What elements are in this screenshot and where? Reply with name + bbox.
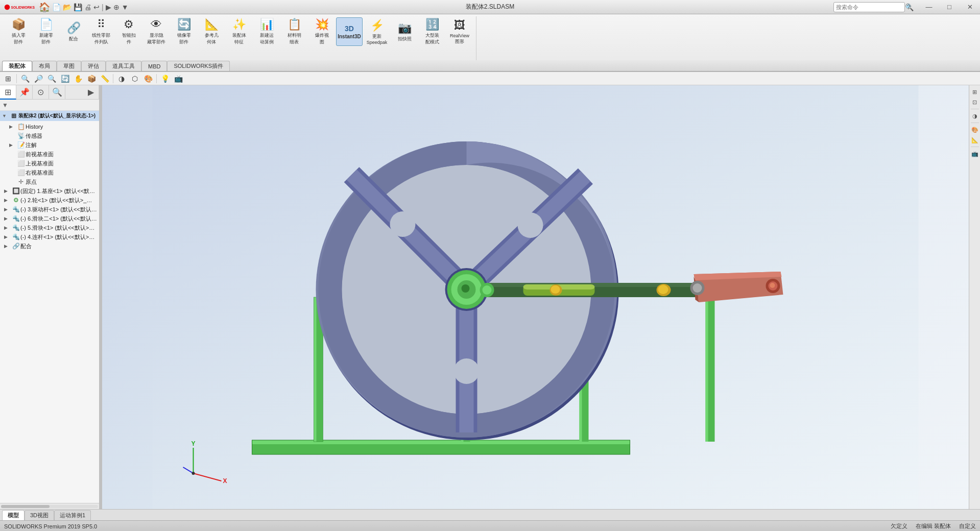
right-panel-btn-5[interactable]: 📐 bbox=[970, 135, 979, 144]
right-panel-btn-3[interactable]: ◑ bbox=[970, 111, 979, 120]
ribbon: 📦 插入零部件 📄 新建零部件 🔗 配合 ⠿ 线性零部件列队 ⚙ 智能 bbox=[0, 14, 980, 60]
wheel-icon: ⚙ bbox=[11, 197, 20, 204]
options-arrow[interactable]: ▼ bbox=[122, 3, 129, 11]
appearance-button[interactable]: 🎨 bbox=[142, 73, 154, 84]
view-selector-button[interactable]: ⊞ bbox=[2, 73, 14, 84]
create-layout-button[interactable]: 📊 新建运动算例 bbox=[253, 17, 280, 46]
mate-icon: 🔗 bbox=[67, 21, 81, 35]
filter-icon[interactable]: ▼ bbox=[2, 102, 8, 109]
tree-item-base[interactable]: ▶ 🔲 (固定) 1.基座<1> (默认<<默认>_显 bbox=[0, 186, 99, 196]
bottom-tab-motion[interactable]: 运动算例1 bbox=[54, 510, 91, 520]
mate-button[interactable]: 🔗 配合 bbox=[60, 17, 87, 46]
pan-button[interactable]: ✋ bbox=[72, 73, 84, 84]
minimize-button[interactable]: — bbox=[919, 0, 939, 14]
tree-item-right-plane[interactable]: ⬜ 右视基准面 bbox=[0, 168, 99, 177]
tree-item-notes[interactable]: ▶ 📝 注解 bbox=[0, 140, 99, 150]
tab-sketch[interactable]: 草图 bbox=[57, 61, 81, 71]
ref-geometry-button[interactable]: 📐 参考几何体 bbox=[198, 17, 225, 46]
lights-button[interactable]: 💡 bbox=[159, 73, 171, 84]
right-panel-btn-4[interactable]: 🎨 bbox=[970, 125, 979, 134]
base-arrow: ▶ bbox=[4, 188, 11, 194]
section-view-button[interactable]: 📏 bbox=[99, 73, 111, 84]
link-icon: 🔩 bbox=[11, 233, 20, 240]
viewport[interactable]: X Y bbox=[102, 85, 969, 509]
tree-item-sensor[interactable]: 📡 传感器 bbox=[0, 131, 99, 140]
right-panel-btn-1[interactable]: ⊞ bbox=[970, 87, 979, 96]
bottom-tab-model[interactable]: 模型 bbox=[2, 510, 25, 520]
tree-item-mate[interactable]: ▶ 🔗 配合 bbox=[0, 242, 99, 251]
config-manager-tab[interactable]: ⊙ bbox=[33, 85, 49, 100]
tree-item-origin[interactable]: ✛ 原点 bbox=[0, 177, 99, 186]
quick-access-settings[interactable]: ⊕ bbox=[113, 3, 119, 11]
tree-item-wheel[interactable]: ▶ ⚙ (-) 2.轮<1> (默认<<默认>_显示状 bbox=[0, 196, 99, 205]
svg-text:Y: Y bbox=[192, 440, 196, 447]
tab-assembly[interactable]: 装配体 bbox=[2, 61, 32, 71]
tabs-bar: 装配体 布局 草图 评估 道具工具 MBD SOLIDWORKS插件 bbox=[0, 60, 980, 71]
quick-access-open[interactable]: 📂 bbox=[63, 3, 71, 11]
quick-access-print[interactable]: 🖨 bbox=[84, 3, 91, 11]
tree-item-top-plane[interactable]: ⬜ 上视基准面 bbox=[0, 159, 99, 168]
bom-button[interactable]: 📋 材料明细表 bbox=[281, 17, 307, 46]
sensor-label: 传感器 bbox=[26, 132, 42, 140]
horizontal-scrollbar[interactable] bbox=[0, 503, 99, 509]
assembly-features-button[interactable]: ✨ 装配体特征 bbox=[226, 17, 252, 46]
explode-button[interactable]: 💥 爆炸视图 bbox=[308, 17, 335, 46]
right-panel-btn-6[interactable]: 📺 bbox=[970, 149, 979, 158]
quick-access-new[interactable]: 📄 bbox=[52, 3, 61, 11]
quick-access-arrow[interactable]: ▶ bbox=[106, 3, 111, 11]
close-button[interactable]: ✕ bbox=[960, 0, 980, 14]
bottom-tab-3d[interactable]: 3D视图 bbox=[25, 510, 54, 520]
shading-button[interactable]: ◑ bbox=[115, 73, 128, 84]
maximize-button[interactable]: □ bbox=[939, 0, 960, 14]
tree-item-history[interactable]: ▶ 📋 History bbox=[0, 122, 99, 131]
tree-item-slider5[interactable]: ▶ 🔩 (-) 5.滑块<1> (默认<<默认>_显示 bbox=[0, 223, 99, 232]
search-input[interactable] bbox=[833, 2, 905, 12]
tree-item-link[interactable]: ▶ 🔩 (-) 4.连杆<1> (默认<<默认>_显示 bbox=[0, 232, 99, 242]
tree-root[interactable]: ▼ ⊞ 装配体2 (默认<默认_显示状态-1>) bbox=[0, 111, 99, 121]
photo-button[interactable]: 📷 拍快照 bbox=[391, 17, 418, 46]
insert-part-label: 插入零部件 bbox=[12, 32, 26, 45]
tab-mbd[interactable]: MBD bbox=[141, 61, 167, 71]
quick-access-home[interactable]: 🏠 bbox=[39, 2, 50, 13]
zoom-out-button[interactable]: 🔍 bbox=[45, 73, 58, 84]
svg-text:X: X bbox=[223, 477, 227, 485]
instant3d-button[interactable]: 3D Instant3D bbox=[336, 17, 363, 46]
smart-fasteners-button[interactable]: ⚙ 智能扣件 bbox=[115, 17, 142, 46]
tree-item-drive-rod[interactable]: ▶ 🔩 (-) 3.驱动杆<1> (默认<<默认>_显 bbox=[0, 205, 99, 214]
property-manager-tab[interactable]: 📌 bbox=[16, 85, 33, 100]
new-part-button[interactable]: 📄 新建零部件 bbox=[33, 17, 59, 46]
quick-access-undo[interactable]: ↩ bbox=[93, 3, 100, 11]
large-assembly-button[interactable]: 🔢 大型装配模式 bbox=[419, 17, 445, 46]
quick-access-save[interactable]: 💾 bbox=[74, 3, 82, 11]
instant3d-label: Instant3D bbox=[338, 34, 361, 39]
mirror-button[interactable]: 🔄 镜像零部件 bbox=[171, 17, 197, 46]
realview-button[interactable]: 🖼 RealView图形 bbox=[446, 17, 473, 46]
zoom-to-fit-button[interactable]: 🔍 bbox=[19, 73, 31, 84]
wireframe-button[interactable]: ⬡ bbox=[129, 73, 141, 84]
svg-point-31 bbox=[462, 284, 470, 293]
front-plane-icon: ⬜ bbox=[16, 151, 26, 158]
sensor-icon: 📡 bbox=[16, 132, 26, 139]
bom-label: 材料明细表 bbox=[288, 32, 301, 45]
tab-evaluate[interactable]: 评估 bbox=[81, 61, 106, 71]
tree-item-front-plane[interactable]: ⬜ 前视基准面 bbox=[0, 150, 99, 159]
help-icon[interactable]: ? bbox=[898, 0, 919, 14]
display-settings-button[interactable]: 📺 bbox=[172, 73, 184, 84]
feature-manager-tab[interactable]: ⊞ bbox=[0, 85, 16, 100]
search-manager-tab[interactable]: 🔍 bbox=[49, 85, 65, 100]
tab-addins[interactable]: SOLIDWORKS插件 bbox=[167, 61, 230, 71]
show-hide-button[interactable]: 👁 显示隐藏零部件 bbox=[143, 17, 170, 46]
zoom-in-button[interactable]: 🔎 bbox=[32, 73, 44, 84]
right-panel-btn-2[interactable]: ⊡ bbox=[970, 98, 979, 107]
linear-pattern-button[interactable]: ⠿ 线性零部件列队 bbox=[88, 17, 114, 46]
view-cube-button[interactable]: 📦 bbox=[85, 73, 98, 84]
rotate-button[interactable]: 🔄 bbox=[59, 73, 71, 84]
tree-item-slider2[interactable]: ▶ 🔩 (-) 6.滑块二<1> (默认<<默认>_显 bbox=[0, 214, 99, 223]
speedpak-button[interactable]: ⚡ 更新Speedpak bbox=[364, 17, 390, 46]
expand-panel-tab[interactable]: ▶ bbox=[83, 85, 99, 100]
tab-tools[interactable]: 道具工具 bbox=[106, 61, 141, 71]
insert-part-button[interactable]: 📦 插入零部件 bbox=[5, 17, 32, 46]
tab-layout[interactable]: 布局 bbox=[32, 61, 57, 71]
status-constraint: 欠定义 bbox=[891, 522, 907, 530]
solidworks-logo: SOLIDWORKS bbox=[4, 3, 35, 12]
